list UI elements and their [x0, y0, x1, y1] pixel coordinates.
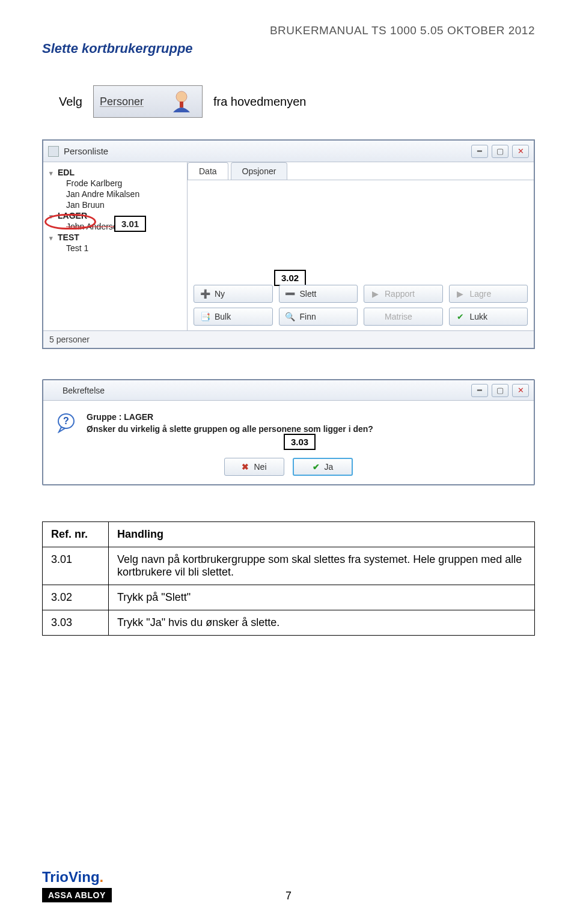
rapport-button[interactable]: ▶Rapport — [364, 285, 443, 303]
lagre-button[interactable]: ▶Lagre — [449, 285, 528, 303]
col-action: Handling — [109, 522, 535, 547]
app-icon — [48, 386, 58, 395]
trioving-logo: TrioVing. — [42, 869, 112, 886]
ja-button[interactable]: ✔ Ja — [293, 458, 353, 476]
bulk-button[interactable]: 📑Bulk — [194, 308, 273, 326]
minus-icon: ➖ — [285, 289, 295, 299]
matrix-icon — [370, 312, 380, 321]
minimize-button[interactable]: ━ — [471, 145, 488, 158]
question-icon: ? — [55, 412, 77, 433]
document-header: BRUKERMANUAL TS 1000 5.05 OKTOBER 2012 — [42, 24, 535, 37]
dialog-line2: Ønsker du virkelig å slette gruppen og a… — [87, 424, 373, 436]
maximize-button[interactable]: ▢ — [492, 145, 508, 158]
check-icon: ✔ — [313, 462, 320, 472]
report-icon: ▶ — [370, 289, 380, 299]
page-footer: TrioVing. ASSA ABLOY 7 — [42, 869, 535, 902]
velg-after: fra hovedmenyen — [213, 95, 307, 109]
col-ref: Ref. nr. — [43, 522, 109, 547]
window-titlebar: Personliste ━ ▢ ✕ — [43, 141, 534, 162]
page-number: 7 — [285, 890, 292, 902]
minimize-button[interactable]: ━ — [471, 384, 488, 397]
app-icon — [48, 146, 59, 157]
callout-301: 3.01 — [114, 216, 146, 232]
tab-opsjoner[interactable]: Opsjoner — [231, 162, 288, 180]
lukk-button[interactable]: ✔Lukk — [449, 308, 528, 326]
svg-text:?: ? — [63, 416, 69, 426]
confirm-dialog: Bekreftelse ━ ▢ ✕ ? Gruppe : LAGER — [42, 379, 535, 485]
tree-group-test[interactable]: TEST — [49, 232, 183, 243]
velg-instruction: Velg Personer fra hovedmenyen — [59, 85, 535, 118]
tree-person[interactable]: Jan Bruun — [60, 199, 183, 210]
dialog-line1: Gruppe : LAGER — [87, 412, 373, 424]
finn-button[interactable]: 🔍Finn — [279, 308, 358, 326]
detail-pane: Data Opsjoner 3.02 ➕Ny ➖Slett ▶Rapport ▶… — [188, 162, 534, 330]
callout-303: 3.03 — [284, 434, 316, 450]
toolbar: ➕Ny ➖Slett ▶Rapport ▶Lagre 📑Bulk 🔍Finn M… — [194, 285, 528, 326]
personliste-window: Personliste ━ ▢ ✕ EDL Frode Karlberg Jan… — [42, 139, 535, 349]
person-avatar-icon — [169, 88, 196, 115]
tree-person[interactable]: Frode Karlberg — [60, 178, 183, 189]
callout-302: 3.02 — [274, 270, 306, 286]
steps-table: Ref. nr. Handling 3.01 Velg navn på kort… — [42, 521, 535, 636]
x-icon: ✖ — [242, 462, 249, 472]
matrise-button[interactable]: Matrise — [364, 308, 443, 326]
person-tree[interactable]: EDL Frode Karlberg Jan Andre Mikalsen Ja… — [43, 162, 188, 330]
tab-data[interactable]: Data — [188, 162, 228, 180]
svg-rect-1 — [180, 102, 183, 108]
table-row: 3.01 Velg navn på kortbrukergruppe som s… — [43, 547, 535, 585]
plus-icon: ➕ — [200, 289, 210, 299]
maximize-button[interactable]: ▢ — [492, 384, 508, 397]
velg-before: Velg — [59, 95, 82, 109]
tree-person[interactable]: Jan Andre Mikalsen — [60, 189, 183, 199]
save-icon: ▶ — [456, 289, 465, 299]
ny-button[interactable]: ➕Ny — [194, 285, 273, 303]
window-title: Personliste — [64, 146, 108, 156]
search-icon: 🔍 — [285, 312, 295, 321]
table-row: 3.03 Trykk "Ja" hvis du ønsker å slette. — [43, 610, 535, 636]
slett-button[interactable]: ➖Slett — [279, 285, 358, 303]
dialog-title-text: Bekreftelse — [63, 386, 105, 395]
tree-group-edl[interactable]: EDL — [49, 167, 183, 178]
status-bar: 5 personer — [43, 330, 534, 348]
assa-abloy-logo: ASSA ABLOY — [42, 888, 112, 902]
close-button[interactable]: ✕ — [512, 145, 529, 158]
personer-label: Personer — [100, 96, 165, 108]
nei-button[interactable]: ✖ Nei — [224, 458, 284, 476]
svg-point-0 — [176, 91, 187, 102]
table-row: 3.02 Trykk på "Slett" — [43, 585, 535, 610]
tree-person[interactable]: Test 1 — [60, 243, 183, 254]
personer-menu-button[interactable]: Personer — [93, 85, 203, 118]
check-icon: ✔ — [456, 312, 465, 321]
section-title: Slette kortbrukergruppe — [42, 41, 535, 56]
close-button[interactable]: ✕ — [512, 384, 529, 397]
bulk-icon: 📑 — [200, 312, 210, 321]
